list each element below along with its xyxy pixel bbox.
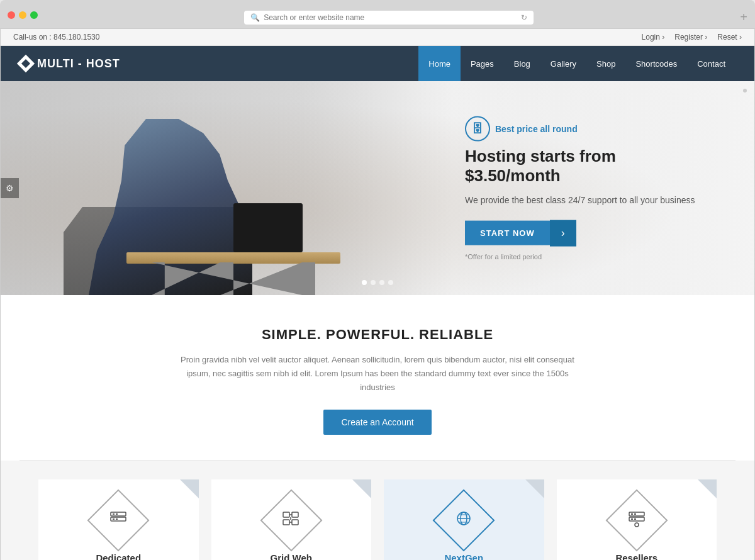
nav-contact[interactable]: Contact	[687, 46, 735, 81]
top-bar: Call-us on : 845.180.1530 Login Register…	[1, 29, 754, 46]
corner-fold-2	[352, 479, 371, 498]
svg-point-24	[635, 523, 639, 527]
resellers-name: ResellersHosting	[569, 552, 705, 560]
database-icon: 🗄	[465, 116, 490, 142]
nav-shop[interactable]: Shop	[586, 46, 625, 81]
logo[interactable]: MULTI - HOST	[20, 57, 120, 70]
grid-name: Grid WebHosting	[224, 552, 359, 560]
reset-link[interactable]: Reset	[717, 33, 742, 42]
corner-dot	[743, 89, 747, 92]
hero-section: ⚙ 🗄 Best price all round Hosting starts …	[1, 81, 754, 295]
main-nav: Home Pages Blog Gallery Shop Shortcodes …	[418, 46, 735, 81]
minimize-button[interactable]	[19, 11, 26, 19]
hero-content: 🗄 Best price all round Hosting starts fr…	[465, 116, 704, 260]
website-container: Call-us on : 845.180.1530 Login Register…	[0, 28, 755, 560]
dedicated-icon-wrap	[87, 490, 150, 552]
top-bar-links: Login Register Reset	[642, 33, 742, 42]
nav-blog[interactable]: Blog	[504, 46, 540, 81]
svg-rect-21	[631, 518, 633, 520]
svg-rect-3	[113, 518, 115, 520]
svg-rect-2	[113, 513, 115, 515]
svg-rect-9	[292, 520, 298, 525]
browser-window: 🔍 ↻ +	[0, 0, 755, 28]
svg-rect-7	[292, 512, 298, 517]
svg-rect-5	[116, 518, 118, 520]
nextgen-icon-wrap	[433, 490, 495, 552]
corner-fold-3	[525, 479, 544, 498]
url-input[interactable]	[264, 13, 517, 22]
svg-rect-20	[631, 513, 633, 515]
svg-rect-4	[116, 513, 118, 515]
corner-fold-4	[698, 479, 717, 498]
svg-rect-6	[283, 512, 289, 517]
hero-offer-text: *Offer for a limited period	[465, 252, 704, 260]
slider-dots	[362, 280, 393, 285]
hero-subtitle-text: Best price all round	[495, 124, 578, 134]
close-button[interactable]	[8, 11, 15, 19]
services-section: DedicatedServer Grid WebHosting	[1, 461, 754, 560]
desk-surface	[126, 252, 340, 264]
settings-icon[interactable]: ⚙	[1, 178, 19, 198]
new-tab-button[interactable]: +	[740, 10, 747, 25]
dedicated-icon	[108, 508, 128, 532]
monitor-body	[233, 203, 303, 252]
service-nextgen[interactable]: NextGenHosting	[384, 479, 544, 560]
logo-diamond-icon	[17, 55, 35, 72]
traffic-lights	[8, 11, 38, 19]
browser-toolbar: 🔍 ↻ +	[8, 6, 747, 28]
svg-rect-8	[283, 520, 289, 525]
middle-title: SIMPLE. POWERFUL. RELIABLE	[13, 327, 742, 343]
register-link[interactable]: Register	[674, 33, 707, 42]
service-resellers[interactable]: ResellersHosting	[557, 479, 717, 560]
maximize-button[interactable]	[30, 11, 38, 19]
nextgen-name: NextGenHosting	[396, 552, 532, 560]
hero-subtitle-wrap: 🗄 Best price all round	[465, 116, 704, 142]
phone-number: Call-us on : 845.180.1530	[13, 33, 99, 42]
reload-icon[interactable]: ↻	[521, 13, 527, 22]
dedicated-name: DedicatedServer	[51, 552, 186, 560]
grid-icon	[281, 508, 301, 532]
dot-2[interactable]	[371, 280, 376, 285]
dot-3[interactable]	[379, 280, 384, 285]
middle-section: SIMPLE. POWERFUL. RELIABLE Proin gravida…	[1, 295, 754, 460]
start-now-button[interactable]: START NOW	[465, 221, 550, 245]
hero-title: Hosting starts from $3.50/month	[465, 147, 704, 186]
address-bar[interactable]: 🔍 ↻	[244, 11, 534, 25]
create-account-button[interactable]: Create an Account	[323, 410, 431, 435]
logo-text: MULTI - HOST	[37, 57, 120, 70]
service-grid[interactable]: Grid WebHosting	[211, 479, 372, 560]
svg-rect-22	[634, 513, 636, 515]
nav-home[interactable]: Home	[418, 46, 461, 81]
svg-rect-23	[634, 518, 636, 520]
nav-gallery[interactable]: Gallery	[540, 46, 586, 81]
cta-arrow-button[interactable]: ›	[550, 220, 576, 246]
middle-description: Proin gravida nibh vel velit auctor aliq…	[173, 353, 582, 395]
resellers-icon-wrap	[605, 490, 668, 552]
grid-icon-wrap	[260, 490, 322, 552]
login-link[interactable]: Login	[642, 33, 665, 42]
hero-cta: START NOW ›	[465, 220, 704, 246]
corner-fold	[180, 479, 199, 498]
service-dedicated[interactable]: DedicatedServer	[38, 479, 199, 560]
nav-pages[interactable]: Pages	[461, 46, 504, 81]
nextgen-icon	[454, 508, 474, 532]
hero-description: We provide the best class 24/7 support t…	[465, 193, 704, 207]
logo-inner	[21, 59, 30, 68]
dot-4[interactable]	[388, 280, 393, 285]
hero-figure	[51, 100, 315, 295]
dot-1[interactable]	[362, 280, 367, 285]
header: MULTI - HOST Home Pages Blog Gallery Sho…	[1, 46, 754, 81]
resellers-icon	[627, 508, 647, 532]
nav-shortcodes[interactable]: Shortcodes	[625, 46, 687, 81]
search-icon: 🔍	[250, 13, 260, 22]
